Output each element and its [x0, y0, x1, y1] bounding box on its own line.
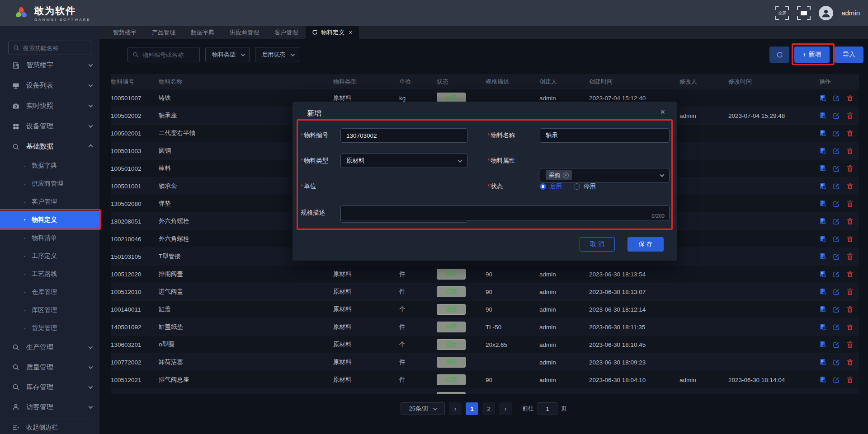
delete-icon[interactable] — [846, 182, 854, 190]
delete-icon[interactable] — [846, 341, 854, 348]
add-button[interactable]: + 新增 — [794, 47, 830, 63]
tab-product-mgmt[interactable]: 产品管理 — [144, 26, 183, 39]
edit-icon[interactable] — [833, 253, 840, 260]
sidebar-subitem-material-define[interactable]: ·物料定义 — [0, 211, 99, 229]
view-detail-icon[interactable] — [819, 200, 826, 207]
sidebar-item-device-list[interactable]: 设备列表 — [0, 75, 99, 96]
tab-data-dict[interactable]: 数据字典 — [183, 26, 222, 39]
delete-icon[interactable] — [846, 394, 854, 394]
code-input[interactable] — [340, 128, 467, 143]
edit-icon[interactable] — [833, 200, 840, 207]
view-detail-icon[interactable] — [819, 253, 826, 260]
view-detail-icon[interactable] — [819, 235, 826, 243]
tab-material-define[interactable]: 物料定义 × — [306, 26, 359, 39]
material-type-select[interactable]: 物料类型 — [205, 47, 250, 62]
sidebar-item-device-mgmt[interactable]: 设备管理 — [0, 116, 99, 136]
radio-disable[interactable]: 停用 — [574, 182, 596, 191]
edit-icon[interactable] — [833, 288, 840, 295]
material-search-input[interactable] — [142, 51, 192, 58]
sidebar-subitem-shelf[interactable]: ·货架管理 — [0, 319, 99, 337]
sidebar-search[interactable] — [8, 41, 91, 55]
sidebar-subitem-process-define[interactable]: ·工序定义 — [0, 247, 99, 265]
edit-icon[interactable] — [833, 94, 840, 102]
sidebar-item-quality[interactable]: 质量管理 — [0, 357, 99, 377]
view-detail-icon[interactable] — [819, 394, 826, 394]
view-detail-icon[interactable] — [819, 218, 826, 225]
sidebar-item-visitor[interactable]: 访客管理 — [0, 397, 99, 417]
material-search-box[interactable] — [127, 47, 200, 62]
edit-icon[interactable] — [833, 323, 840, 331]
view-detail-icon[interactable] — [819, 376, 826, 383]
next-page-button[interactable]: › — [499, 402, 512, 415]
sidebar-item-smart-building[interactable]: 智慧楼宇 — [0, 55, 99, 75]
delete-icon[interactable] — [846, 271, 854, 278]
page-button-2[interactable]: 2 — [482, 402, 495, 415]
view-detail-icon[interactable] — [819, 182, 826, 190]
view-detail-icon[interactable] — [819, 147, 826, 154]
edit-icon[interactable] — [833, 341, 840, 348]
type-select[interactable]: 原材料 — [340, 154, 467, 168]
sidebar-subitem-supplier[interactable]: ·供应商管理 — [0, 175, 99, 193]
view-detail-icon[interactable] — [819, 323, 826, 331]
edit-icon[interactable] — [833, 394, 840, 394]
avatar[interactable] — [819, 6, 833, 20]
edit-icon[interactable] — [833, 182, 840, 190]
sidebar-item-snapshot[interactable]: 实时快照 — [0, 96, 99, 116]
table-row[interactable]: 100772002 卸荷活塞 原材料 件 启用 admin 2023-06-30… — [111, 354, 859, 371]
table-row[interactable]: 100512010 进气阀盖 原材料 件 启用 90 admin 2023-06… — [111, 283, 859, 301]
table-row[interactable]: 130603201 o型圈 原材料 个 启用 20x2.65 admin 202… — [111, 336, 859, 354]
edit-icon[interactable] — [833, 235, 840, 243]
view-detail-icon[interactable] — [819, 130, 826, 137]
sidebar-item-base-data[interactable]: 基础数据 — [0, 136, 99, 157]
close-icon[interactable]: × — [660, 107, 665, 117]
table-row[interactable]: 100512011 进气阀总座 原材料 件 启用 90 admin 2023-0… — [111, 389, 859, 394]
sidebar-subitem-storage-area[interactable]: ·库区管理 — [0, 301, 99, 319]
remove-tag-icon[interactable]: × — [563, 173, 569, 178]
table-row[interactable]: 100512021 排气阀总座 原材料 件 启用 90 admin 2023-0… — [111, 371, 859, 389]
delete-icon[interactable] — [846, 94, 854, 102]
delete-icon[interactable] — [846, 288, 854, 295]
view-detail-icon[interactable] — [819, 112, 826, 119]
view-detail-icon[interactable] — [819, 306, 826, 313]
sidebar-subitem-material-list[interactable]: ·物料清单 — [0, 229, 99, 247]
tab-smart-building[interactable]: 智慧楼宇 — [105, 26, 144, 39]
delete-icon[interactable] — [846, 235, 854, 243]
view-detail-icon[interactable] — [819, 341, 826, 348]
sidebar-search-input[interactable] — [23, 45, 86, 51]
delete-icon[interactable] — [846, 323, 854, 331]
edit-icon[interactable] — [833, 306, 840, 313]
edit-icon[interactable] — [833, 359, 840, 366]
refresh-search-button[interactable] — [769, 47, 789, 63]
name-input[interactable] — [540, 128, 670, 143]
sidebar-subitem-customer[interactable]: ·客户管理 — [0, 193, 99, 211]
delete-icon[interactable] — [846, 165, 854, 172]
edit-icon[interactable] — [833, 218, 840, 225]
prev-page-button[interactable]: ‹ — [449, 402, 462, 415]
spec-textarea[interactable] — [341, 206, 669, 220]
cancel-button[interactable]: 取 消 — [580, 237, 615, 252]
import-button[interactable]: 导入 — [835, 47, 863, 63]
view-detail-icon[interactable] — [819, 94, 826, 102]
view-detail-icon[interactable] — [819, 165, 826, 172]
delete-icon[interactable] — [846, 147, 854, 154]
table-row[interactable]: 100512020 排期阀盖 原材料 件 启用 90 admin 2023-06… — [111, 266, 859, 283]
tab-supplier-mgmt[interactable]: 供应商管理 — [222, 26, 267, 39]
view-detail-icon[interactable] — [819, 271, 826, 278]
view-detail-icon[interactable] — [819, 359, 826, 366]
table-row[interactable]: 100140011 缸盖 原材料 个 启用 90 admin 2023-06-3… — [111, 301, 859, 318]
sidebar-item-inventory[interactable]: 库存管理 — [0, 377, 99, 397]
collapse-sidebar-button[interactable]: 收起侧边栏 — [0, 419, 99, 434]
enable-status-select[interactable]: 启用状态 — [255, 47, 299, 62]
delete-icon[interactable] — [846, 200, 854, 207]
delete-icon[interactable] — [846, 359, 854, 366]
delete-icon[interactable] — [846, 112, 854, 119]
edit-icon[interactable] — [833, 112, 840, 119]
username[interactable]: admin — [841, 9, 860, 17]
page-button-1[interactable]: 1 — [466, 402, 478, 415]
radio-enable[interactable]: 启用 — [540, 182, 562, 191]
sidebar-item-production[interactable]: 生产管理 — [0, 337, 99, 357]
close-icon[interactable]: × — [349, 28, 353, 36]
edit-icon[interactable] — [833, 147, 840, 154]
delete-icon[interactable] — [846, 376, 854, 383]
delete-icon[interactable] — [846, 130, 854, 137]
